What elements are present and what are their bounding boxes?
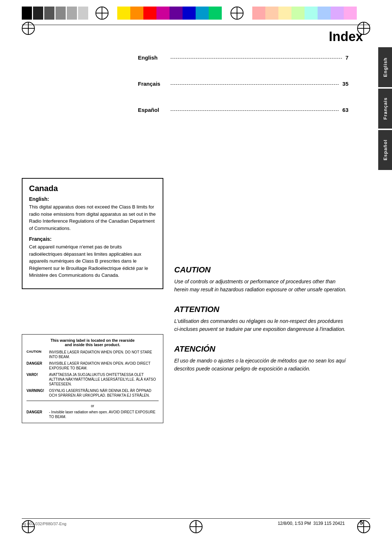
index-label-english: English (138, 54, 167, 61)
footer-left: pg 001-032/P880/37-Eng (22, 522, 66, 526)
caution-block: CAUTION Use of controls or adjustments o… (174, 265, 348, 294)
canada-title: Canada (29, 184, 156, 193)
index-entry-english: English 7 (138, 54, 348, 61)
tab-english[interactable]: English (378, 47, 392, 87)
side-tabs: English Français Español (378, 47, 392, 171)
caution-text: Use of controls or adjustments or perfor… (174, 278, 348, 294)
wl-danger2-label: DANGER (26, 410, 49, 414)
wl-caution-row: CAUTION INVISIBLE LASER RADIATION WHEN O… (26, 350, 159, 359)
wl-caution-label: CAUTION (26, 350, 49, 354)
warning-label-box: This warning label is located on the rea… (22, 334, 163, 423)
tab-francais-label: Français (383, 97, 388, 119)
top-rule (22, 25, 370, 25)
index-page-english: 7 (346, 54, 348, 61)
wl-danger-text: INVISIBLE LASER RADIATION WHEN OPEN. AVO… (49, 361, 159, 370)
index-label-espanol: Español (138, 107, 167, 113)
wl-varning-text: OSYNLIG LASERSTRÅLNING NÄR DENNA DEL ÄR … (49, 388, 159, 398)
page-title: Index (329, 29, 363, 44)
canada-english-text: This digital apparatus does not exceed t… (29, 203, 156, 232)
wl-caution-text: INVISIBLE LASER RADIATION WHEN OPEN. DO … (49, 350, 159, 359)
wl-varo-text: AVATTAESSA JA SUOJALUKITUS OHITETTAESSA … (49, 372, 159, 386)
pastel-swatches (252, 7, 357, 20)
wl-danger-label: DANGER (26, 361, 49, 366)
atencion-text: El uso de mando o ajustes o la ejecucció… (174, 357, 348, 373)
bottom-rule (22, 518, 370, 519)
warnings-section: CAUTION Use of controls or adjustments o… (174, 265, 348, 384)
canada-english-title: English: (29, 196, 156, 202)
black-bars (22, 7, 88, 20)
attention-title: ATTENTION (174, 305, 348, 314)
index-page-espanol: 63 (342, 107, 348, 113)
atencion-title: ATENCIÓN (174, 344, 348, 354)
wl-danger2-text: - Invisible laser radiation when open. A… (49, 410, 159, 419)
tab-espanol[interactable]: Español (378, 130, 392, 170)
tab-english-label: English (383, 57, 388, 77)
index-dots-espanol (171, 110, 339, 111)
color-swatches (117, 7, 222, 20)
canada-francais-text: Cet appareil numérique n'emet pas de bru… (29, 243, 156, 279)
index-entries: English 7 Français 35 Español 63 (138, 54, 348, 133)
wl-danger-bottom: DANGER - Invisible laser radiation when … (26, 410, 159, 419)
index-entry-espanol: Español 63 (138, 107, 348, 113)
wl-varning-label: VARNING! (26, 388, 49, 393)
attention-text: L'utilisation des commandes ou réglages … (174, 317, 348, 333)
wl-or: or (26, 404, 159, 408)
index-dots-francais (171, 84, 339, 85)
tab-francais[interactable]: Français (378, 89, 392, 129)
wl-varning-row: VARNING! OSYNLIG LASERSTRÅLNING NÄR DENN… (26, 388, 159, 398)
index-entry-francais: Français 35 (138, 81, 348, 87)
footer-right-code: 12/8/00, 1:53 PM 3139 115 20421 (278, 521, 345, 526)
tab-espanol-label: Español (383, 139, 388, 161)
atencion-block: ATENCIÓN El uso de mando o ajustes o la … (174, 344, 348, 373)
crosshair-top-left (22, 22, 35, 35)
attention-block: ATTENTION L'utilisation des commandes ou… (174, 305, 348, 333)
wl-danger-row: DANGER INVISIBLE LASER RADIATION WHEN OP… (26, 361, 159, 370)
footer-center: 5 (195, 522, 197, 526)
canada-box: Canada English: This digital apparatus d… (22, 178, 163, 289)
index-page-francais: 35 (342, 81, 348, 87)
wl-varo-label: VARO! (26, 372, 49, 377)
color-bar (22, 7, 370, 20)
wl-divider (26, 401, 159, 401)
crosshair-right (230, 7, 244, 20)
index-label-francais: Français (138, 81, 167, 87)
wl-varo-row: VARO! AVATTAESSA JA SUOJALUKITUS OHITETT… (26, 372, 159, 386)
canada-francais-title: Français: (29, 236, 156, 242)
crosshair-left (95, 7, 109, 20)
index-dots-english (171, 58, 342, 58)
crosshair-bottom-right (357, 520, 370, 533)
caution-title: CAUTION (174, 265, 348, 275)
wl-title: This warning label is located on the rea… (26, 338, 159, 347)
page-number: 5 (360, 519, 363, 526)
